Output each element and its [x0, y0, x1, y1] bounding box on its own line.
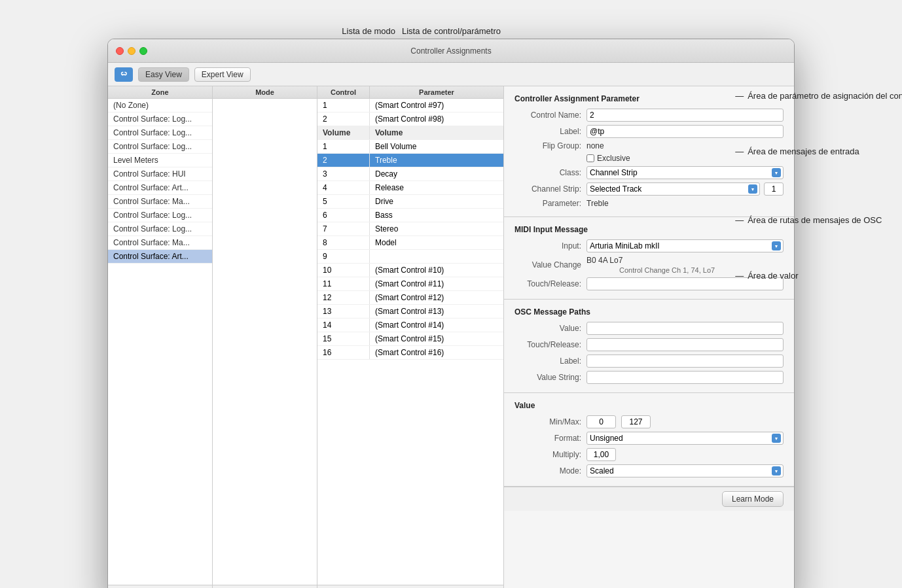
osc-touch-release-input[interactable] — [586, 338, 784, 351]
control-list-item[interactable]: 4Release — [317, 181, 503, 195]
minimize-button[interactable] — [128, 47, 135, 55]
zone-list-item[interactable]: Control Surface: Log... — [108, 126, 212, 140]
easy-view-button[interactable]: Easy View — [138, 67, 189, 82]
zone-list-item[interactable]: Control Surface: HUI — [108, 167, 212, 181]
osc-touch-release-row: Touch/Release: — [514, 338, 784, 351]
control-list-item[interactable]: 13(Smart Control #13) — [317, 305, 503, 319]
annotation-top-right: Lista de control/parámetro — [402, 26, 501, 36]
osc-value-input[interactable] — [586, 322, 784, 335]
control-list-item[interactable]: 7Stereo — [317, 222, 503, 236]
zone-list-item[interactable]: Control Surface: Ma... — [108, 195, 212, 209]
flip-group-label: Flip Group: — [514, 141, 586, 150]
mode-list-footer: + — [213, 585, 317, 588]
expert-view-button[interactable]: Expert View — [194, 67, 251, 82]
format-select-wrapper: Unsigned — [586, 432, 784, 445]
annotation-right-2: Área de mensajes de entrada — [748, 147, 859, 156]
zone-list: Zone (No Zone)Control Surface: Log...Con… — [108, 86, 213, 588]
exclusive-checkbox[interactable] — [586, 154, 594, 162]
exclusive-label-text: Exclusive — [597, 154, 630, 163]
osc-section-title: OSC Message Paths — [514, 307, 784, 317]
right-annotations: — Área de parámetro de asignación del co… — [735, 91, 902, 281]
annotation-right-3: Área de rutas de mensajes de OSC — [748, 215, 882, 225]
zone-list-item[interactable]: Control Surface: Log... — [108, 209, 212, 222]
osc-touch-release-label: Touch/Release: — [514, 340, 586, 349]
osc-label-row: Label: — [514, 355, 784, 368]
zone-list-item[interactable]: Control Surface: Log... — [108, 140, 212, 154]
control-list-item[interactable]: 5Drive — [317, 195, 503, 209]
learn-mode-button[interactable]: Learn Mode — [722, 491, 784, 507]
control-list: Control Parameter 1(Smart Control #97)2(… — [317, 86, 504, 588]
osc-label-input[interactable] — [586, 355, 784, 368]
multiply-row: Multiply: — [514, 448, 784, 461]
control-list-item[interactable]: 10(Smart Control #10) — [317, 264, 503, 277]
control-list-items[interactable]: 1(Smart Control #97)2(Smart Control #98)… — [317, 99, 503, 585]
annotation-right-4: Área de valor — [748, 271, 798, 281]
close-button[interactable] — [116, 47, 124, 55]
zone-list-item[interactable]: Control Surface: Ma... — [108, 236, 212, 250]
title-bar: Controller Assignments — [108, 39, 794, 63]
maximize-button[interactable] — [139, 47, 147, 55]
multiply-input[interactable] — [586, 448, 616, 461]
parameter-label: Parameter: — [514, 199, 586, 208]
mode-list: Mode + — [213, 86, 317, 588]
control-list-item[interactable]: 1Bell Volume — [317, 140, 503, 154]
control-list-item[interactable]: 14(Smart Control #14) — [317, 319, 503, 332]
max-input[interactable] — [621, 415, 651, 428]
format-select[interactable]: Unsigned — [586, 432, 784, 445]
panel-bottom: Learn Mode — [504, 487, 794, 511]
zone-list-footer: + — [108, 585, 212, 588]
control-list-item[interactable]: 1(Smart Control #97) — [317, 99, 503, 112]
control-list-item[interactable]: 3Decay — [317, 167, 503, 181]
mode-select[interactable]: Scaled — [586, 464, 784, 477]
link-icon-button[interactable] — [115, 67, 133, 82]
control-list-item[interactable]: 9 — [317, 250, 503, 264]
main-window: Controller Assignments Easy View Expert … — [107, 39, 795, 588]
multiply-label: Multiply: — [514, 450, 586, 459]
osc-section: OSC Message Paths Value: Touch/Release: … — [504, 300, 794, 393]
zone-list-item[interactable]: Control Surface: Log... — [108, 222, 212, 236]
control-col-header: Control — [317, 86, 370, 98]
format-row: Format: Unsigned — [514, 432, 784, 445]
control-list-item[interactable]: 12(Smart Control #12) — [317, 291, 503, 305]
control-list-item[interactable]: 16(Smart Control #16) — [317, 346, 503, 360]
min-input[interactable] — [586, 415, 616, 428]
osc-value-string-input[interactable] — [586, 371, 784, 384]
control-list-item[interactable]: 6Bass — [317, 209, 503, 222]
osc-label-label: Label: — [514, 356, 586, 366]
annotation-right-4-dash: — — [735, 271, 744, 281]
zone-list-item[interactable]: Control Surface: Log... — [108, 112, 212, 126]
channel-strip-select[interactable]: Selected Track — [586, 182, 760, 196]
annotation-right-1: Área de parámetro de asignación del cont… — [748, 91, 902, 101]
mode-list-header: Mode — [213, 86, 317, 99]
zone-list-item[interactable]: Level Meters — [108, 154, 212, 167]
zone-list-item[interactable]: (No Zone) — [108, 99, 212, 112]
exclusive-checkbox-label[interactable]: Exclusive — [586, 154, 630, 163]
label-label: Label: — [514, 127, 586, 136]
control-list-item[interactable]: 2(Smart Control #98) — [317, 112, 503, 126]
channel-strip-label: Channel Strip: — [514, 184, 586, 194]
control-list-header: Control Parameter — [317, 86, 503, 99]
touch-release-midi-label: Touch/Release: — [514, 279, 586, 288]
annotation-top-left: Lista de modo — [107, 26, 402, 36]
mode-select-wrapper: Scaled — [586, 464, 784, 477]
mode-row: Mode: Scaled — [514, 464, 784, 477]
format-label: Format: — [514, 434, 586, 443]
osc-value-row: Value: — [514, 322, 784, 335]
annotation-right-3-dash: — — [735, 215, 744, 225]
control-list-item[interactable]: 11(Smart Control #11) — [317, 277, 503, 291]
mode-list-items[interactable] — [213, 99, 317, 585]
zone-list-item[interactable]: Control Surface: Art... — [108, 181, 212, 195]
control-list-item[interactable]: 2Treble — [317, 154, 503, 167]
toolbar: Easy View Expert View — [108, 63, 794, 86]
value-section: Value Min/Max: Format: — [504, 393, 794, 487]
flip-group-controls: none — [586, 141, 609, 150]
zone-list-items[interactable]: (No Zone)Control Surface: Log...Control … — [108, 99, 212, 585]
min-max-label: Min/Max: — [514, 417, 586, 426]
control-list-item[interactable]: 15(Smart Control #15) — [317, 332, 503, 346]
zone-list-header: Zone — [108, 86, 212, 99]
control-list-footer: + — [317, 585, 503, 588]
control-list-item[interactable]: 8Model — [317, 236, 503, 250]
zone-list-item[interactable]: Control Surface: Art... — [108, 250, 212, 264]
control-list-item[interactable]: VolumeVolume — [317, 126, 503, 140]
annotation-right-2-dash: — — [735, 147, 744, 156]
